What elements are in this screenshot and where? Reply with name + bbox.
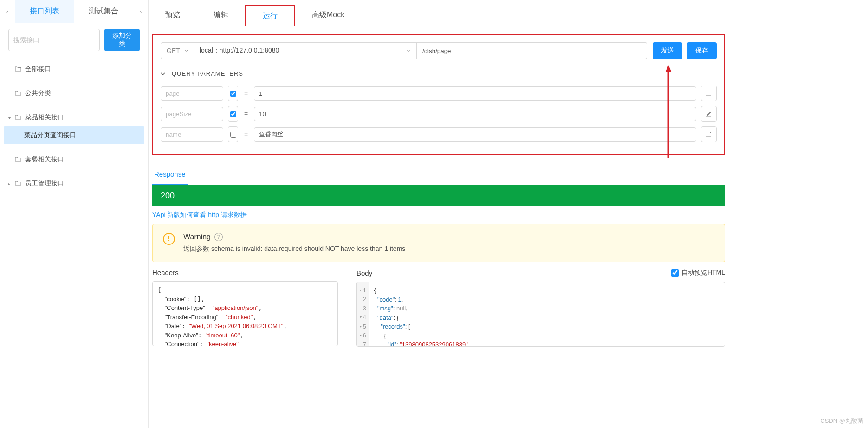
help-link[interactable]: YApi 新版如何查看 http 请求数据 — [152, 211, 247, 218]
send-button[interactable]: 发送 — [653, 42, 682, 59]
body-title: Body — [356, 269, 372, 277]
sidebar-tab-api-list[interactable]: 接口列表 — [15, 0, 74, 23]
query-params-title: QUERY PARAMETERS — [172, 70, 243, 77]
auto-preview-label: 自动预览HTML — [681, 269, 725, 277]
sidebar-tab-test-collection[interactable]: 测试集合 — [74, 0, 134, 23]
main-tab-0[interactable]: 预览 — [149, 5, 197, 26]
folder-icon — [15, 156, 21, 163]
param-row: = — [161, 106, 717, 122]
main-tab-3[interactable]: 高级Mock — [295, 5, 361, 26]
headers-code[interactable]: { "cookie": [], "Content-Type": "applica… — [152, 281, 338, 346]
help-icon[interactable]: ? — [214, 233, 223, 241]
tree-item-label: 员工管理接口 — [25, 179, 64, 188]
edit-icon[interactable] — [701, 86, 717, 101]
param-name-input[interactable] — [161, 127, 223, 142]
param-name-input[interactable] — [161, 107, 223, 121]
edit-icon[interactable] — [701, 106, 717, 122]
add-category-button[interactable]: 添加分类 — [104, 29, 140, 51]
warning-title: Warning — [183, 233, 211, 241]
edit-icon[interactable] — [701, 126, 717, 142]
tree-item[interactable]: ▸员工管理接口 — [0, 175, 148, 192]
chevron-down-icon — [406, 48, 411, 53]
equals-sign: = — [243, 110, 249, 118]
param-value-input[interactable] — [254, 86, 696, 101]
search-input[interactable] — [8, 29, 100, 51]
tree-item[interactable]: 套餐相关接口 — [0, 151, 148, 168]
sidebar: ‹ 接口列表 测试集合 › 添加分类 全部接口公共分类▾菜品相关接口菜品分页查询… — [0, 0, 149, 428]
request-row: GET local：http://127.0.0.1:8080 发送 保存 — [161, 42, 717, 59]
method-label: GET — [167, 47, 180, 54]
tree-item-label: 菜品分页查询接口 — [24, 131, 76, 139]
param-value-input[interactable] — [254, 127, 696, 142]
param-required-check[interactable] — [228, 126, 238, 142]
tree-item-label: 套餐相关接口 — [25, 155, 64, 164]
run-panel: GET local：http://127.0.0.1:8080 发送 保存 QU… — [152, 34, 725, 155]
warning-icon: ! — [163, 233, 175, 245]
equals-sign: = — [243, 131, 249, 138]
sidebar-tree: 全部接口公共分类▾菜品相关接口菜品分页查询接口套餐相关接口▸员工管理接口 — [0, 57, 148, 196]
tree-item-label: 全部接口 — [25, 65, 51, 73]
param-required-check[interactable] — [228, 86, 238, 101]
param-row: = — [161, 126, 717, 142]
param-value-input[interactable] — [254, 107, 696, 121]
query-params-header[interactable]: QUERY PARAMETERS — [161, 70, 717, 77]
tree-item[interactable]: ▾菜品相关接口 — [0, 109, 148, 126]
main-tab-1[interactable]: 编辑 — [197, 5, 245, 26]
tree-item[interactable]: 公共分类 — [0, 85, 148, 102]
main-tab-2[interactable]: 运行 — [245, 5, 295, 26]
chevron-down-icon — [185, 48, 188, 53]
chevron-down-icon — [161, 72, 165, 76]
method-select[interactable]: GET — [161, 42, 194, 59]
equals-sign: = — [243, 90, 249, 97]
param-required-check[interactable] — [228, 106, 238, 122]
sidebar-tab-prev[interactable]: ‹ — [0, 0, 15, 23]
headers-title: Headers — [152, 269, 338, 277]
env-select[interactable]: local：http://127.0.0.1:8080 — [194, 42, 417, 59]
folder-icon — [15, 180, 21, 187]
response-tabs: Response — [152, 165, 725, 185]
status-bar: 200 — [152, 185, 725, 206]
env-label: local：http://127.0.0.1:8080 — [200, 46, 279, 55]
tree-item-selected[interactable]: 菜品分页查询接口 — [4, 126, 144, 144]
warning-box: ! Warning ? 返回参数 schema is invalid: data… — [152, 224, 725, 262]
main-panel: 预览编辑运行高级Mock GET local：http://127.0.0.1:… — [149, 0, 868, 428]
param-row: = — [161, 86, 717, 101]
tree-item-label: 菜品相关接口 — [25, 113, 64, 122]
tree-item-label: 公共分类 — [25, 89, 51, 98]
auto-preview-checkbox[interactable] — [671, 269, 679, 277]
warning-message: 返回参数 schema is invalid: data.required sh… — [183, 245, 405, 253]
body-code[interactable]: ▾123▾4▾5▾678910 { "code": 1, "msg": null… — [356, 282, 725, 347]
save-button[interactable]: 保存 — [687, 42, 717, 59]
main-tabs: 预览编辑运行高级Mock — [149, 0, 729, 26]
watermark: CSDN @丸酸菌 — [820, 417, 863, 425]
folder-icon — [15, 90, 21, 97]
folder-icon — [15, 114, 21, 121]
caret-icon: ▸ — [8, 181, 15, 186]
response-section: Response 200 YApi 新版如何查看 http 请求数据 ! War… — [152, 165, 725, 347]
caret-icon: ▾ — [8, 115, 15, 120]
folder-icon — [15, 66, 21, 73]
auto-preview-toggle[interactable]: 自动预览HTML — [671, 269, 725, 277]
param-name-input[interactable] — [161, 86, 223, 101]
tree-item[interactable]: 全部接口 — [0, 60, 148, 78]
path-input[interactable] — [417, 42, 647, 59]
sidebar-tab-next[interactable]: › — [133, 0, 148, 23]
response-tab[interactable]: Response — [152, 165, 188, 185]
sidebar-tabs: ‹ 接口列表 测试集合 › — [0, 0, 148, 23]
